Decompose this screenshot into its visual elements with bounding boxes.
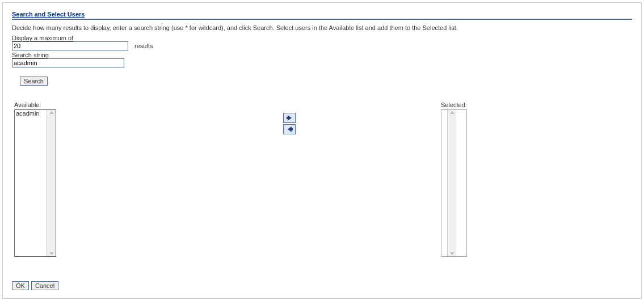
max-results-input[interactable] [12, 41, 128, 50]
list-item[interactable]: acadmin [15, 110, 47, 117]
available-listbox[interactable]: acadmin [14, 109, 56, 257]
scroll-up-icon [49, 111, 54, 114]
arrow-right-icon [288, 115, 292, 121]
arrow-left-icon [288, 126, 292, 132]
search-string-label: Search string [12, 52, 632, 58]
search-string-input[interactable] [12, 58, 124, 67]
cancel-button[interactable]: Cancel [31, 281, 58, 290]
scrollbar[interactable] [447, 110, 456, 256]
available-label: Available: [14, 101, 56, 108]
title-divider [12, 19, 632, 20]
scroll-down-icon [49, 252, 54, 255]
max-results-label: Display a maximum of [12, 35, 632, 41]
move-right-button[interactable] [283, 113, 296, 123]
scroll-down-icon [450, 252, 454, 255]
scrollbar[interactable] [47, 110, 56, 256]
selected-listbox[interactable] [441, 109, 467, 257]
results-suffix: results [134, 43, 153, 49]
page-title: Search and Select Users [12, 11, 632, 18]
ok-button[interactable]: OK [12, 281, 29, 290]
instructions-text: Decide how many results to display, ente… [12, 24, 632, 31]
selected-label: Selected: [441, 101, 467, 108]
move-left-button[interactable] [283, 124, 296, 134]
search-button[interactable]: Search [20, 77, 48, 86]
scroll-up-icon [450, 111, 454, 114]
